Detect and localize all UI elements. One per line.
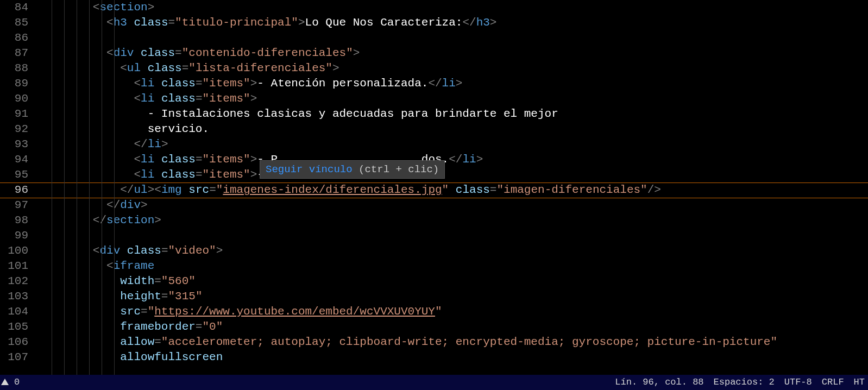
code-line[interactable]: allowfullscreen	[38, 350, 868, 365]
code-line[interactable]: <div class="contenido-diferenciales">	[38, 46, 868, 61]
code-line[interactable]: <div class="video">	[38, 243, 868, 259]
status-encoding[interactable]: UTF-8	[784, 375, 812, 390]
code-line[interactable]: allow="accelerometer; autoplay; clipboar…	[38, 335, 868, 350]
code-line[interactable]	[38, 228, 868, 243]
line-number: 99	[0, 228, 38, 243]
code-line[interactable]: </li>	[38, 137, 868, 152]
line-number: 103	[0, 289, 38, 304]
code-line[interactable]: width="560"	[38, 274, 868, 289]
line-number: 88	[0, 61, 38, 76]
code-line[interactable]: height="315"	[38, 289, 868, 304]
line-number: 94	[0, 152, 38, 167]
line-number: 85	[0, 15, 38, 30]
line-number: 106	[0, 335, 38, 350]
code-line[interactable]: <li class="items">- Profesionales califi…	[38, 152, 868, 167]
line-number: 89	[0, 76, 38, 91]
line-number: 107	[0, 350, 38, 365]
code-line[interactable]: <li class="items">- E	[38, 167, 868, 183]
code-line[interactable]: frameborder="0"	[38, 319, 868, 335]
tooltip-link-text: Seguir vínculo	[266, 163, 353, 175]
line-number: 100	[0, 243, 38, 259]
status-language[interactable]: HT	[854, 375, 865, 390]
code-line[interactable]: - Instalaciones clasicas y adecuadas par…	[38, 106, 868, 122]
code-editor[interactable]: 84 85 86 87 88 89 90 91 92 93 94 95 96 9…	[0, 0, 868, 375]
line-number: 90	[0, 91, 38, 106]
line-number: 105	[0, 319, 38, 335]
code-line[interactable]	[38, 30, 868, 46]
line-number: 84	[0, 0, 38, 15]
warning-icon[interactable]	[1, 379, 9, 385]
line-number: 102	[0, 274, 38, 289]
link-hover-tooltip: Seguir vínculo (ctrl + clic)	[260, 160, 445, 179]
line-number: 87	[0, 46, 38, 61]
line-number: 104	[0, 304, 38, 319]
code-line[interactable]: <iframe	[38, 259, 868, 274]
status-eol[interactable]: CRLF	[822, 375, 844, 390]
code-area[interactable]: <section> <h3 class="titulo-principal">L…	[38, 0, 868, 375]
line-number: 98	[0, 213, 38, 228]
line-number: 91	[0, 106, 38, 122]
status-spaces[interactable]: Espacios: 2	[714, 375, 775, 390]
line-number-gutter: 84 85 86 87 88 89 90 91 92 93 94 95 96 9…	[0, 0, 38, 375]
code-line[interactable]: </div>	[38, 198, 868, 213]
code-line[interactable]: <ul class="lista-diferenciales">	[38, 61, 868, 76]
status-line-col[interactable]: Lín. 96, col. 88	[615, 375, 703, 390]
warning-count[interactable]: 0	[14, 375, 20, 390]
code-line[interactable]: </section>	[38, 213, 868, 228]
status-bar: 0 Lín. 96, col. 88 Espacios: 2 UTF-8 CRL…	[0, 375, 868, 390]
line-number: 93	[0, 137, 38, 152]
line-number: 86	[0, 30, 38, 46]
code-line-current[interactable]: </ul><img src="imagenes-index/diferencia…	[38, 183, 868, 198]
line-number: 95	[0, 167, 38, 183]
line-number: 101	[0, 259, 38, 274]
code-line[interactable]: <li class="items">- Atención personaliza…	[38, 76, 868, 91]
line-number: 97	[0, 198, 38, 213]
line-number: 92	[0, 122, 38, 137]
code-line[interactable]: <li class="items">	[38, 91, 868, 106]
code-line[interactable]: <h3 class="titulo-principal">Lo Que Nos …	[38, 15, 868, 30]
code-line[interactable]: servicio.	[38, 122, 868, 137]
line-number: 96	[0, 183, 38, 198]
tooltip-hint-text: (ctrl + clic)	[353, 163, 439, 175]
code-line[interactable]: <section>	[38, 0, 868, 15]
code-line[interactable]: src="https://www.youtube.com/embed/wcVVX…	[38, 304, 868, 319]
